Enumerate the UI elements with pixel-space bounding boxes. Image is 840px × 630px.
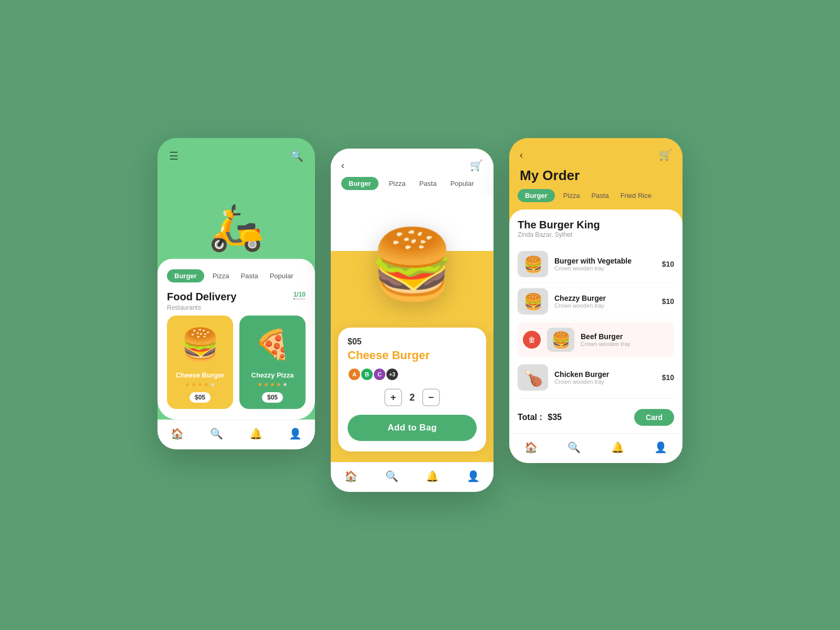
- tab-pizza-s2[interactable]: Pizza: [386, 177, 409, 190]
- nav-user-s2[interactable]: 👤: [467, 470, 480, 482]
- item3-name: Beef Burger: [581, 332, 669, 341]
- food-cards-row: 🍔 Cheese Burger ★ ★ ★ ★ ★ $05 🍕: [167, 316, 306, 419]
- restaurant-name: The Burger King: [518, 219, 674, 231]
- avatar-plus: +3: [386, 369, 398, 380]
- progress-fill: [293, 298, 295, 300]
- search-icon[interactable]: 🔍: [290, 150, 303, 162]
- restaurants-label: Restaurants: [167, 304, 236, 311]
- item3-info: Beef Burger Crown wooden tray: [581, 332, 669, 347]
- screen2-tabs: Burger Pizza Pasta Popular: [331, 177, 494, 196]
- screen1-phone: ☰ 🔍 🛵 Burger Pizza Pasta Popular Food De…: [158, 138, 315, 449]
- item1-price: $10: [662, 260, 674, 268]
- item1-sub: Crown wooden tray: [554, 265, 656, 271]
- tab-popular-s2[interactable]: Popular: [447, 177, 477, 190]
- card-button[interactable]: Card: [634, 409, 674, 426]
- card1-name: Cheese Burger: [176, 371, 224, 379]
- item4-sub: Crown wooden tray: [554, 379, 656, 385]
- order-item-2: 🍔 Chezzy Burger Crown wooden tray $10: [518, 283, 674, 320]
- nav-home-s3[interactable]: 🏠: [524, 441, 538, 454]
- user-avatars: A B C +3: [348, 368, 477, 381]
- screen3-phone: ‹ 🛒 My Order Burger Pizza Pasta Fried Ri…: [509, 138, 682, 463]
- screen1-bottom-nav: 🏠 🔍 🔔 👤: [158, 419, 315, 449]
- screen1-body: Burger Pizza Pasta Popular Food Delivery…: [158, 259, 315, 419]
- card2-name: Chezzy Pizza: [251, 371, 294, 379]
- burger-emoji: 🍔: [181, 326, 220, 363]
- screen2-hero: 🍔: [331, 196, 494, 333]
- screen3-tabs: Burger Pizza Pasta Fried Rice: [509, 189, 682, 209]
- scooter-emoji: 🛵: [208, 201, 264, 254]
- tab-burger-s3[interactable]: Burger: [518, 189, 555, 202]
- tab-burger-s2[interactable]: Burger: [341, 177, 379, 190]
- food-card-cheese-burger[interactable]: 🍔 Cheese Burger ★ ★ ★ ★ ★ $05: [167, 316, 233, 409]
- star3: ★: [270, 381, 275, 388]
- star2: ★: [191, 381, 196, 388]
- tab-pasta[interactable]: Pasta: [237, 269, 261, 282]
- star1: ★: [185, 381, 190, 388]
- item2-sub: Crown wooden tray: [554, 302, 656, 309]
- food-card-chezzy-pizza[interactable]: 🍕 Chezzy Pizza ★ ★ ★ ★ ★ $05: [239, 316, 306, 409]
- total-divider: [518, 398, 674, 398]
- product-card: $05 Cheese Burger A B C +3 + 2 − Add to …: [338, 328, 486, 452]
- item2-info: Chezzy Burger Crown wooden tray: [554, 294, 656, 309]
- screen2-header: ‹ 🛒: [331, 149, 494, 177]
- nav-search-s2[interactable]: 🔍: [385, 470, 398, 482]
- delivery-illustration: 🛵: [158, 164, 315, 259]
- tab-burger[interactable]: Burger: [167, 269, 204, 282]
- product-name: Cheese Burger: [348, 349, 477, 362]
- total-label: Total : $35: [518, 413, 562, 422]
- item2-price: $10: [662, 297, 674, 306]
- food-delivery-title: Food Delivery: [167, 291, 236, 303]
- screen1-hero: ☰ 🔍 🛵: [158, 138, 315, 259]
- nav-bell-s3[interactable]: 🔔: [611, 441, 624, 454]
- screen3-bottom-nav: 🏠 🔍 🔔 👤: [509, 433, 682, 463]
- nav-home-s2[interactable]: 🏠: [344, 470, 358, 482]
- cart-icon[interactable]: 🛒: [470, 159, 483, 172]
- nav-user[interactable]: 👤: [289, 427, 302, 440]
- item1-name: Burger with Vegetable: [554, 257, 656, 265]
- quantity-row: + 2 −: [348, 388, 477, 406]
- avatar3: C: [373, 368, 386, 381]
- screen1-tabs: Burger Pizza Pasta Popular: [167, 269, 306, 282]
- qty-increment[interactable]: +: [384, 388, 402, 406]
- back-button[interactable]: ‹: [341, 160, 344, 171]
- card2-img: 🍕: [245, 321, 300, 368]
- screen3-body: The Burger King Zinda Bazar, Sylhet 🍔 Bu…: [509, 209, 682, 433]
- card1-img: 🍔: [172, 321, 228, 368]
- pagination-block: 1/10: [293, 291, 306, 307]
- tab-pizza-s3[interactable]: Pizza: [560, 189, 583, 202]
- nav-bell[interactable]: 🔔: [249, 427, 262, 440]
- total-row: Total : $35 Card: [518, 401, 674, 433]
- qty-value: 2: [410, 392, 415, 403]
- tab-pasta-s2[interactable]: Pasta: [416, 177, 439, 190]
- nav-user-s3[interactable]: 👤: [654, 441, 667, 454]
- pizza-emoji: 🍕: [255, 328, 291, 362]
- cart-icon-s3[interactable]: 🛒: [659, 149, 672, 161]
- pagination: 1/10: [293, 291, 306, 298]
- item3-sub: Crown wooden tray: [581, 341, 669, 347]
- screen2-phone: ‹ 🛒 Burger Pizza Pasta Popular 🍔 $05 Che…: [331, 149, 494, 492]
- qty-decrement[interactable]: −: [422, 388, 440, 406]
- nav-bell-s2[interactable]: 🔔: [426, 470, 439, 482]
- nav-search[interactable]: 🔍: [210, 427, 223, 440]
- menu-icon[interactable]: ☰: [169, 150, 178, 162]
- star2: ★: [264, 381, 269, 388]
- card1-price: $05: [190, 392, 211, 403]
- tab-pizza[interactable]: Pizza: [209, 269, 233, 282]
- star1: ★: [257, 381, 262, 388]
- add-to-bag-button[interactable]: Add to Bag: [348, 415, 477, 441]
- star4: ★: [276, 381, 281, 388]
- item3-img: 🍔: [547, 328, 574, 352]
- card2-price: $05: [262, 392, 283, 403]
- big-burger-emoji: 🍔: [370, 225, 455, 304]
- item1-img: 🍔: [518, 251, 548, 277]
- section-header: Food Delivery Restaurants 1/10: [167, 291, 306, 311]
- tab-fried-rice-s3[interactable]: Fried Rice: [617, 189, 655, 202]
- back-button-s3[interactable]: ‹: [520, 150, 523, 161]
- delete-button[interactable]: 🗑: [523, 331, 541, 349]
- nav-search-s3[interactable]: 🔍: [568, 441, 581, 454]
- item4-info: Chicken Burger Crown wooden tray: [554, 370, 656, 385]
- tab-popular[interactable]: Popular: [267, 269, 297, 282]
- item1-info: Burger with Vegetable Crown wooden tray: [554, 257, 656, 271]
- nav-home[interactable]: 🏠: [171, 427, 184, 440]
- tab-pasta-s3[interactable]: Pasta: [588, 189, 612, 202]
